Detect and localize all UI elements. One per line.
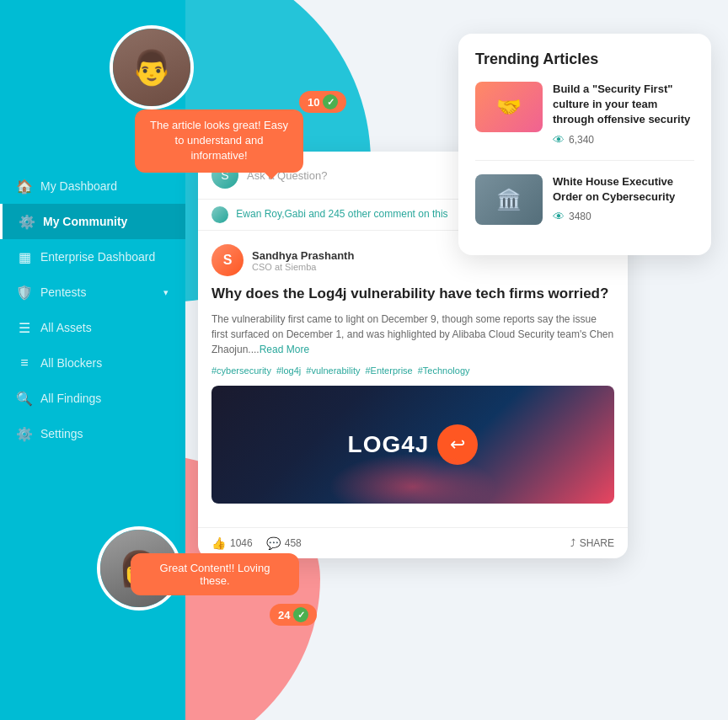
sidebar-item-findings[interactable]: 🔍 All Findings: [0, 381, 185, 416]
sidebar-item-dashboard[interactable]: 🏠 My Dashboard: [0, 168, 185, 204]
trending-title: Trending Articles: [475, 51, 694, 68]
views-count-2: 3480: [569, 211, 592, 222]
comment-text: Ewan Roy,Gabi and 245 other comment on t…: [236, 208, 447, 220]
sidebar-item-pentests[interactable]: 🛡️ Pentests ▾: [0, 275, 185, 310]
post-author-avatar: S: [211, 244, 244, 276]
home-icon: 🏠: [17, 179, 32, 194]
tooltip-top: The article looks great! Easy to underst…: [135, 109, 303, 173]
trending-info-2: White House Executive Order on Cybersecu…: [553, 174, 694, 225]
badge-bottom-count: 24: [278, 609, 290, 621]
tooltip-bottom-text: Great Content!! Loving these.: [160, 562, 270, 587]
shield-icon: 🛡️: [17, 285, 32, 300]
trending-views-1: 👁 6,340: [553, 133, 694, 147]
bold-text-1: Security First: [597, 83, 667, 95]
findings-icon: 🔍: [17, 391, 32, 406]
sidebar-item-community[interactable]: ⚙️ My Community: [0, 204, 185, 239]
community-icon: ⚙️: [19, 214, 35, 229]
sidebar-label-dashboard: My Dashboard: [40, 179, 117, 193]
trending-article-title-1: Build a "Security First" culture in your…: [553, 82, 694, 128]
trending-card: Trending Articles 🤝 Build a "Security Fi…: [458, 34, 711, 255]
share-label: SHARE: [580, 537, 614, 549]
assets-icon: ☰: [17, 320, 32, 335]
trending-item-1[interactable]: 🤝 Build a "Security First" culture in yo…: [475, 82, 694, 147]
sidebar-item-settings[interactable]: ⚙️ Settings: [0, 416, 185, 451]
tag-technology[interactable]: #Technology: [418, 365, 470, 376]
badge-top-count: 10: [308, 96, 319, 109]
sidebar-nav: 🏠 My Dashboard ⚙️ My Community ▦ Enterpr…: [0, 168, 185, 451]
post-author-info: Sandhya Prashanth CSO at Siemba: [252, 249, 354, 272]
blockers-icon: ≡: [17, 355, 32, 371]
sidebar-label-blockers: All Blockers: [40, 356, 102, 370]
trending-views-2: 👁 3480: [553, 210, 694, 223]
tag-enterprise[interactable]: #Enterprise: [365, 365, 412, 376]
security-thumb-icon: 🤝: [496, 95, 522, 119]
post-excerpt: The vulnerability first came to light on…: [211, 312, 614, 357]
eye-icon-2: 👁: [553, 210, 565, 223]
check-circle-top: ✓: [323, 94, 338, 109]
post-title: Why does the Log4j vulnerability have te…: [211, 285, 614, 303]
post-author-title: CSO at Siemba: [252, 262, 354, 272]
read-more-link[interactable]: Read More: [260, 344, 309, 355]
divider: [475, 160, 694, 161]
avatar-top-face: 👨: [113, 29, 190, 106]
tooltip-bottom: Great Content!! Loving these.: [131, 553, 299, 595]
sidebar-item-blockers[interactable]: ≡ All Blockers: [0, 345, 185, 381]
post-glow: [329, 453, 497, 504]
trending-article-title-2: White House Executive Order on Cybersecu…: [553, 174, 694, 205]
sidebar-label-findings: All Findings: [40, 392, 101, 405]
sidebar-label-pentests: Pentests: [40, 285, 86, 299]
post-body: S Sandhya Prashanth CSO at Siemba Why do…: [198, 231, 628, 527]
sidebar-item-enterprise[interactable]: ▦ Enterprise Dashboard: [0, 239, 185, 275]
post-image: LOG4J ↩: [211, 386, 614, 504]
eye-icon-1: 👁: [553, 133, 565, 147]
tag-cybersecurity[interactable]: #cybersecurity: [211, 365, 271, 376]
badge-bottom: 24 ✓: [270, 604, 317, 626]
post-tags: #cybersecurity #log4j #vulnerability #En…: [211, 365, 614, 376]
trending-info-1: Build a "Security First" culture in your…: [553, 82, 694, 147]
chevron-down-icon: ▾: [163, 287, 169, 298]
comment-icon: 💬: [266, 536, 281, 550]
share-button[interactable]: ⤴ SHARE: [570, 537, 614, 549]
trending-item-2[interactable]: 🏛️ White House Executive Order on Cybers…: [475, 174, 694, 225]
post-author-name: Sandhya Prashanth: [252, 249, 354, 262]
trending-thumb-1: 🤝: [475, 82, 543, 132]
sidebar-item-assets[interactable]: ☰ All Assets: [0, 310, 185, 345]
badge-top: 10 ✓: [299, 91, 346, 113]
likes-count: 1046: [230, 537, 253, 549]
sidebar-label-assets: All Assets: [40, 321, 92, 334]
trending-thumb-2: 🏛️: [475, 174, 543, 225]
tag-log4j[interactable]: #log4j: [276, 365, 301, 376]
likes-action[interactable]: 👍 1046: [211, 536, 253, 550]
sidebar-label-community: My Community: [43, 215, 127, 228]
views-count-1: 6,340: [569, 134, 594, 146]
bold-text-3: tive Order: [553, 175, 673, 203]
security-thumb-image: 🤝: [475, 82, 543, 132]
comment-avatar: [211, 206, 228, 223]
like-icon: 👍: [211, 536, 226, 550]
whitehouse-thumb-image: 🏛️: [475, 174, 543, 225]
comments-action[interactable]: 💬 458: [266, 536, 302, 550]
share-icon: ⤴: [570, 537, 575, 549]
sidebar-label-enterprise: Enterprise Dashboard: [40, 250, 155, 264]
avatar-top: 👨: [110, 25, 194, 109]
bold-text-2: team: [632, 98, 657, 110]
tooltip-top-text: The article looks great! Easy to underst…: [150, 119, 288, 162]
enterprise-icon: ▦: [17, 249, 32, 264]
whitehouse-thumb-icon: 🏛️: [496, 188, 522, 211]
tag-vulnerability[interactable]: #vulnerability: [306, 365, 360, 376]
log4j-logo: LOG4J: [348, 431, 430, 458]
check-circle-bottom: ✓: [293, 607, 308, 622]
comments-count: 458: [285, 537, 302, 549]
sidebar-label-settings: Settings: [40, 427, 83, 440]
settings-icon: ⚙️: [17, 426, 32, 441]
